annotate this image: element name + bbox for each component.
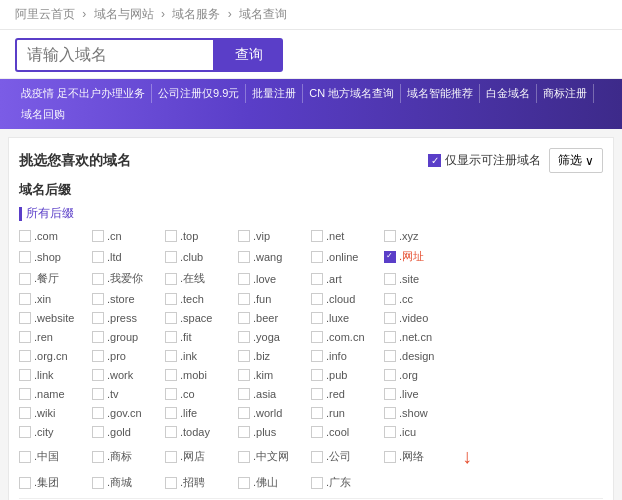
suffix-item-govcn[interactable]: .gov.cn [92, 405, 165, 421]
suffix-checkbox-art[interactable] [311, 273, 323, 285]
suffix-checkbox-wangluo[interactable] [384, 451, 396, 463]
suffix-checkbox-press[interactable] [92, 312, 104, 324]
suffix-item-work[interactable]: .work [92, 367, 165, 383]
suffix-item-cloud[interactable]: .cloud [311, 291, 384, 307]
suffix-checkbox-vip[interactable] [238, 230, 250, 242]
suffix-checkbox-fit[interactable] [165, 331, 177, 343]
suffix-item-shangcheng[interactable]: .商城 [92, 473, 165, 492]
suffix-checkbox-cc[interactable] [384, 293, 396, 305]
suffix-checkbox-world[interactable] [238, 407, 250, 419]
suffix-item-plus[interactable]: .plus [238, 424, 311, 440]
suffix-item-city[interactable]: .city [19, 424, 92, 440]
suffix-item-comcn[interactable]: .com.cn [311, 329, 384, 345]
suffix-item-tv[interactable]: .tv [92, 386, 165, 402]
suffix-checkbox-live[interactable] [384, 388, 396, 400]
suffix-item-kim[interactable]: .kim [238, 367, 311, 383]
suffix-item-love[interactable]: .love [238, 269, 311, 288]
register-filter-checkbox[interactable] [428, 154, 441, 167]
suffix-checkbox-comcn[interactable] [311, 331, 323, 343]
suffix-checkbox-orgcn[interactable] [19, 350, 31, 362]
suffix-checkbox-run[interactable] [311, 407, 323, 419]
suffix-checkbox-video[interactable] [384, 312, 396, 324]
suffix-item-co[interactable]: .co [165, 386, 238, 402]
suffix-checkbox-pro[interactable] [92, 350, 104, 362]
suffix-item-mobi[interactable]: .mobi [165, 367, 238, 383]
banner-item-1[interactable]: 公司注册仅9.9元 [152, 84, 246, 103]
suffix-item-live[interactable]: .live [384, 386, 457, 402]
suffix-item-today[interactable]: .today [165, 424, 238, 440]
suffix-checkbox-foshan[interactable] [238, 477, 250, 489]
suffix-checkbox-cool[interactable] [311, 426, 323, 438]
suffix-item-beer[interactable]: .beer [238, 310, 311, 326]
suffix-item-icu[interactable]: .icu [384, 424, 457, 440]
suffix-item-canting[interactable]: .餐厅 [19, 269, 92, 288]
suffix-checkbox-gongsi[interactable] [311, 451, 323, 463]
suffix-checkbox-canting[interactable] [19, 273, 31, 285]
suffix-checkbox-show[interactable] [384, 407, 396, 419]
suffix-item-trademark[interactable]: .商标 [92, 443, 165, 470]
suffix-item-video[interactable]: .video [384, 310, 457, 326]
suffix-item-org[interactable]: .org [384, 367, 457, 383]
banner-item-4[interactable]: 域名智能推荐 [401, 84, 480, 103]
suffix-item-group[interactable]: .group [92, 329, 165, 345]
suffix-item-zhaopin[interactable]: .招聘 [165, 473, 238, 492]
suffix-checkbox-name[interactable] [19, 388, 31, 400]
suffix-checkbox-ltd[interactable] [92, 251, 104, 263]
suffix-item-cool[interactable]: .cool [311, 424, 384, 440]
suffix-checkbox-info[interactable] [311, 350, 323, 362]
suffix-item-life[interactable]: .life [165, 405, 238, 421]
suffix-checkbox-wang[interactable] [238, 251, 250, 263]
suffix-checkbox-club[interactable] [165, 251, 177, 263]
suffix-checkbox-link[interactable] [19, 369, 31, 381]
register-filter-label[interactable]: 仅显示可注册域名 [428, 152, 541, 169]
suffix-checkbox-gold[interactable] [92, 426, 104, 438]
suffix-item-yoga[interactable]: .yoga [238, 329, 311, 345]
suffix-checkbox-govcn[interactable] [92, 407, 104, 419]
suffix-checkbox-trademark[interactable] [92, 451, 104, 463]
suffix-checkbox-cn[interactable] [92, 230, 104, 242]
suffix-checkbox-design[interactable] [384, 350, 396, 362]
suffix-checkbox-website[interactable] [19, 312, 31, 324]
suffix-item-wangzhi[interactable]: .网址 [384, 247, 457, 266]
banner-item-6[interactable]: 商标注册 [537, 84, 594, 103]
suffix-item-wiki[interactable]: .wiki [19, 405, 92, 421]
suffix-checkbox-wangzhi[interactable] [384, 251, 396, 263]
suffix-checkbox-love[interactable] [238, 273, 250, 285]
banner-item-7[interactable]: 域名回购 [15, 105, 71, 124]
suffix-item-fun[interactable]: .fun [238, 291, 311, 307]
suffix-checkbox-tv[interactable] [92, 388, 104, 400]
suffix-checkbox-today[interactable] [165, 426, 177, 438]
suffix-item-top[interactable]: .top [165, 228, 238, 244]
suffix-item-guangdong[interactable]: .广东 [311, 473, 384, 492]
suffix-item-ink[interactable]: .ink [165, 348, 238, 364]
suffix-item-info[interactable]: .info [311, 348, 384, 364]
suffix-checkbox-fun[interactable] [238, 293, 250, 305]
breadcrumb-domain[interactable]: 域名与网站 [94, 7, 154, 21]
suffix-checkbox-pub[interactable] [311, 369, 323, 381]
suffix-item-wangdian[interactable]: .网店 [165, 443, 238, 470]
suffix-item-name[interactable]: .name [19, 386, 92, 402]
breadcrumb-home[interactable]: 阿里云首页 [15, 7, 75, 21]
suffix-checkbox-ink[interactable] [165, 350, 177, 362]
suffix-checkbox-city[interactable] [19, 426, 31, 438]
suffix-checkbox-luxe[interactable] [311, 312, 323, 324]
suffix-item-pub[interactable]: .pub [311, 367, 384, 383]
suffix-item-netcn[interactable]: .net.cn [384, 329, 457, 345]
suffix-item-tech[interactable]: .tech [165, 291, 238, 307]
suffix-item-store[interactable]: .store [92, 291, 165, 307]
suffix-checkbox-woaini[interactable] [92, 273, 104, 285]
suffix-checkbox-zaixian[interactable] [165, 273, 177, 285]
suffix-item-shop[interactable]: .shop [19, 247, 92, 266]
suffix-checkbox-plus[interactable] [238, 426, 250, 438]
suffix-checkbox-beer[interactable] [238, 312, 250, 324]
suffix-item-xin[interactable]: .xin [19, 291, 92, 307]
suffix-item-foshan[interactable]: .佛山 [238, 473, 311, 492]
suffix-checkbox-shop[interactable] [19, 251, 31, 263]
suffix-item-wangluo[interactable]: .网络 [384, 443, 457, 470]
suffix-checkbox-wiki[interactable] [19, 407, 31, 419]
suffix-checkbox-wangdian[interactable] [165, 451, 177, 463]
suffix-item-club[interactable]: .club [165, 247, 238, 266]
suffix-checkbox-asia[interactable] [238, 388, 250, 400]
suffix-checkbox-shangcheng[interactable] [92, 477, 104, 489]
suffix-item-press[interactable]: .press [92, 310, 165, 326]
